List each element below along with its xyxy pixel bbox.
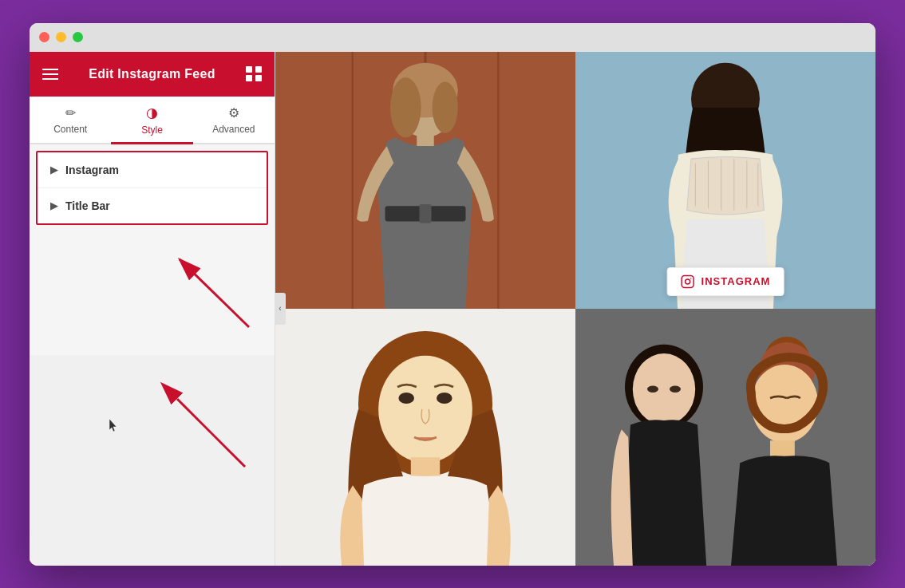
main-content: INSTAGRAM (275, 52, 875, 566)
cursor (109, 419, 119, 433)
svg-rect-23 (682, 275, 694, 287)
contrast-icon: ◑ (146, 105, 158, 121)
sidebar-collapse-button[interactable]: ‹ (275, 293, 286, 325)
sidebar-title: Edit Instagram Feed (89, 67, 215, 81)
instagram-icon (681, 274, 695, 289)
tabs-container: ✏ Content ◑ Style ⚙ Advanced (30, 97, 275, 144)
svg-point-35 (633, 353, 695, 425)
photo-cell-3 (275, 309, 575, 566)
svg-point-37 (670, 385, 681, 392)
panel-item-instagram[interactable]: ▶ Instagram (38, 152, 267, 188)
svg-point-30 (437, 393, 452, 404)
tab-content-label: Content (53, 124, 87, 135)
photo-cell-2: INSTAGRAM (575, 52, 875, 309)
svg-rect-14 (417, 132, 433, 145)
svg-rect-13 (419, 204, 431, 223)
close-button[interactable] (39, 32, 49, 42)
chevron-icon: ▶ (50, 164, 57, 176)
svg-point-24 (686, 279, 690, 284)
panel-item-instagram-label: Instagram (65, 164, 119, 176)
panel-item-title-bar-label: Title Bar (65, 199, 110, 212)
tab-advanced[interactable]: ⚙ Advanced (193, 97, 275, 144)
svg-point-25 (690, 278, 692, 279)
mac-window: Edit Instagram Feed ✏ Content ◑ Style (30, 23, 875, 566)
mac-titlebar (30, 23, 875, 52)
collapse-label: ‹ (279, 304, 281, 313)
panel-section: ▶ Instagram ▶ Title Bar (36, 151, 268, 225)
app-body: Edit Instagram Feed ✏ Content ◑ Style (30, 52, 875, 566)
minimize-button[interactable] (56, 32, 66, 42)
grid-icon[interactable] (246, 66, 262, 81)
panel: ▶ Instagram ▶ Title Bar (30, 144, 275, 355)
panel-item-title-bar[interactable]: ▶ Title Bar (38, 188, 267, 223)
svg-point-29 (398, 393, 414, 404)
svg-line-1 (177, 399, 245, 467)
svg-point-28 (378, 355, 472, 462)
instagram-badge: INSTAGRAM (667, 267, 784, 296)
tab-content[interactable]: ✏ Content (30, 97, 111, 144)
tab-style[interactable]: ◑ Style (111, 97, 192, 144)
svg-point-36 (647, 385, 658, 392)
tab-style-label: Style (141, 124, 163, 136)
sidebar-header: Edit Instagram Feed (30, 52, 275, 97)
svg-point-10 (390, 77, 421, 137)
photo-cell-1 (275, 52, 575, 309)
sidebar: Edit Instagram Feed ✏ Content ◑ Style (30, 52, 275, 566)
svg-point-11 (433, 81, 458, 132)
pencil-icon: ✏ (65, 105, 76, 120)
gear-icon: ⚙ (228, 105, 239, 120)
photo-cell-4 (575, 309, 875, 566)
maximize-button[interactable] (73, 32, 83, 42)
instagram-badge-text: INSTAGRAM (701, 275, 771, 287)
chevron-icon-2: ▶ (50, 200, 57, 211)
hamburger-icon[interactable] (42, 69, 58, 80)
tab-advanced-label: Advanced (212, 124, 255, 135)
photo-grid: INSTAGRAM (275, 52, 875, 566)
panel-empty (30, 355, 275, 566)
